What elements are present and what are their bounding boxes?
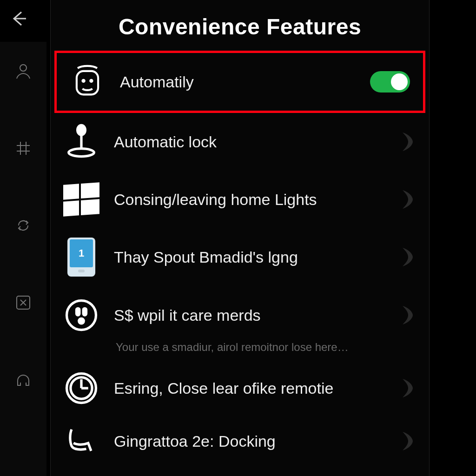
svg-point-5 <box>69 149 94 157</box>
rail-close[interactable] <box>13 292 34 313</box>
side-rail <box>0 42 46 476</box>
rail-grid[interactable] <box>13 138 34 159</box>
chevron-right-icon <box>399 131 416 153</box>
row-esring[interactable]: Esring, Close lear ofike remotie <box>51 359 429 417</box>
row-automatily[interactable]: Automatily <box>54 51 425 113</box>
toggle-automatily[interactable] <box>370 71 410 93</box>
svg-rect-9 <box>83 308 86 315</box>
svg-point-0 <box>20 65 26 71</box>
svg-point-7 <box>67 301 96 330</box>
chevron-right-icon <box>399 304 416 326</box>
settings-panel: Convenience Features Automatily Automati… <box>50 0 430 476</box>
joystick-icon <box>62 122 101 161</box>
row-label: Consing/leaving home Lights <box>114 191 386 209</box>
row-label: Automatily <box>120 73 357 91</box>
row-label: Gingrattoa 2e: Docking <box>114 432 386 450</box>
svg-point-4 <box>90 80 92 82</box>
windows-icon <box>62 180 101 219</box>
chevron-right-icon <box>399 188 416 211</box>
row-label: Automatic lock <box>114 133 386 151</box>
page-title: Convenience Features <box>51 0 429 51</box>
app-root: Convenience Features Automatily Automati… <box>0 0 476 476</box>
chevron-right-icon <box>399 246 416 268</box>
row-care-merds[interactable]: S$ wpil it care merds <box>51 286 429 338</box>
row-label: S$ wpil it care merds <box>114 306 386 324</box>
svg-point-10 <box>79 318 84 324</box>
chevron-right-icon <box>399 377 416 399</box>
svg-rect-8 <box>77 308 79 315</box>
row-automatic-lock[interactable]: Automatic lock <box>51 113 429 171</box>
row-label: Esring, Close lear ofike remotie <box>114 379 386 397</box>
face-id-icon <box>68 62 107 101</box>
chevron-right-icon <box>399 430 416 452</box>
person-icon <box>14 62 33 80</box>
phone-icon: 1 <box>62 238 101 277</box>
settings-list: Automatily Automatic lock Consing/leavin… <box>51 51 429 470</box>
svg-point-3 <box>83 80 85 82</box>
row-label: Thay Spout Bmadid's lgng <box>114 248 386 266</box>
row-home-lights[interactable]: Consing/leaving home Lights <box>51 171 429 228</box>
hash-icon <box>14 139 33 158</box>
rail-profile[interactable] <box>13 60 34 82</box>
row-hint: Your use a smadiur, airol remoitnor lose… <box>51 338 429 359</box>
arrow-left-icon <box>9 9 28 28</box>
rail-headphones[interactable] <box>13 369 34 390</box>
row-spout[interactable]: 1 Thay Spout Bmadid's lgng <box>51 228 429 286</box>
svg-point-6 <box>78 125 86 135</box>
back-button[interactable] <box>8 8 29 29</box>
row-docking[interactable]: Gingrattoa 2e: Docking <box>51 417 429 470</box>
rail-sync[interactable] <box>13 215 34 236</box>
seat-icon <box>62 422 101 461</box>
clock-icon <box>62 369 101 408</box>
headphones-icon <box>14 370 33 389</box>
sync-icon <box>14 216 33 235</box>
x-box-icon <box>14 293 33 312</box>
outlet-icon <box>62 296 101 335</box>
